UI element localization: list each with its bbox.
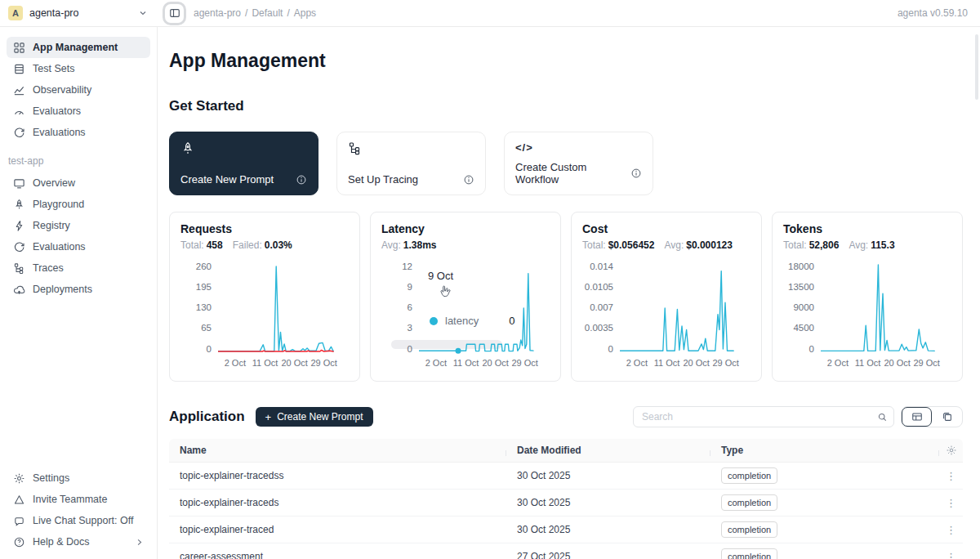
get-started-cards: Create New Prompt Set Up Tracing </> Cre… [169, 132, 963, 195]
cloud-icon [13, 284, 25, 296]
breadcrumb-item[interactable]: agenta-pro [194, 7, 241, 19]
sidebar-item-label: Traces [33, 262, 64, 274]
x-axis: 2 Oct 11 Oct 20 Oct 29 Oct [218, 356, 349, 369]
table-row[interactable]: topic-explainer-traceds 30 Oct 2025 comp… [169, 490, 963, 517]
breadcrumb-item[interactable]: Apps [294, 7, 316, 19]
column-header-date-modified[interactable]: Date Modified [506, 445, 710, 456]
cost-plot[interactable] [620, 262, 751, 354]
card-label: Set Up Tracing [348, 173, 418, 186]
sidebar-item-overview[interactable]: Overview [7, 172, 150, 194]
main-content: App Management Get Started Create New Pr… [158, 27, 980, 559]
app-version-label: agenta v0.59.10 [898, 7, 968, 19]
sidebar-item-label: Playground [33, 199, 84, 210]
date-modified: 30 Oct 2025 [506, 497, 710, 508]
tokens-plot[interactable] [821, 262, 951, 354]
chart-title: Cost [582, 222, 755, 235]
set-up-tracing-card[interactable]: Set Up Tracing [336, 132, 486, 195]
column-settings-button[interactable] [939, 445, 963, 456]
monitor-icon [13, 177, 25, 190]
info-icon[interactable] [463, 174, 474, 186]
trace-tree-icon [348, 141, 363, 156]
search-icon[interactable] [871, 407, 893, 427]
workspace-name: agenta-pro [29, 7, 131, 19]
column-header-name[interactable]: Name [169, 445, 506, 456]
sidebar-footer: Settings Invite Teammate Live Chat Suppo… [7, 467, 150, 552]
info-icon[interactable] [296, 174, 307, 186]
create-new-prompt-card[interactable]: Create New Prompt [169, 132, 318, 195]
get-started-title: Get Started [169, 97, 963, 115]
type-badge: completion [721, 467, 777, 484]
requests-plot[interactable] [218, 262, 349, 354]
search-input[interactable] [634, 411, 871, 423]
chart-title: Latency [381, 222, 554, 235]
breadcrumb-separator: / [287, 7, 289, 19]
row-menu-button[interactable]: ⋮ [946, 524, 956, 536]
tokens-chart-card: Tokens Total:52,806 Avg:115.3 1800013500… [772, 212, 963, 382]
sidebar-item-playground[interactable]: Playground [7, 194, 150, 215]
sidebar-item-evaluators[interactable]: Evaluators [7, 101, 150, 122]
sidebar-item-evaluations-app[interactable]: Evaluations [7, 236, 150, 257]
date-modified: 30 Oct 2025 [506, 524, 710, 535]
sidebar-item-invite-teammate[interactable]: Invite Teammate [7, 489, 150, 510]
sidebar-item-evaluations[interactable]: Evaluations [7, 122, 150, 143]
gear-icon [13, 472, 25, 485]
chart-title: Tokens [783, 222, 956, 235]
rocket-icon [180, 141, 195, 156]
grid-icon [13, 42, 25, 54]
series-dot [430, 317, 438, 325]
sidebar-toggle-button[interactable] [165, 4, 184, 23]
app-name[interactable]: topic-explainer-tracedss [169, 470, 506, 481]
sidebar-section-label: test-app [7, 143, 150, 172]
chevron-down-icon [138, 8, 148, 18]
code-icon: </> [515, 141, 642, 154]
row-menu-button[interactable]: ⋮ [946, 551, 956, 559]
sidebar-item-test-sets[interactable]: Test Sets [7, 58, 150, 79]
x-axis: 2 Oct 11 Oct 20 Oct 29 Oct [821, 356, 951, 369]
sidebar-item-label: Test Sets [33, 63, 74, 74]
sidebar-item-label: Live Chat Support: Off [33, 515, 133, 526]
sidebar-item-live-chat-support[interactable]: Live Chat Support: Off [7, 510, 150, 531]
plus-icon: + [265, 412, 272, 423]
sidebar-item-app-management[interactable]: App Management [7, 37, 150, 58]
breadcrumb-item[interactable]: Default [252, 7, 283, 19]
workspace-selector[interactable]: A agenta-pro [0, 6, 158, 20]
app-name[interactable]: career-assessment [169, 551, 506, 559]
table-row[interactable]: topic-explainer-traced 30 Oct 2025 compl… [169, 517, 963, 543]
application-title: Application [169, 409, 245, 425]
app-name[interactable]: topic-explainer-traceds [169, 497, 506, 508]
table-view-button[interactable] [902, 407, 932, 427]
gear-icon [946, 445, 957, 456]
chart-stats: Total:$0.056452 Avg:$0.000123 [582, 239, 755, 251]
panel-left-icon [169, 7, 180, 19]
triangle-icon [13, 494, 25, 506]
sidebar-item-observability[interactable]: Observability [7, 79, 150, 101]
column-header-type[interactable]: Type [710, 445, 939, 456]
row-menu-button[interactable]: ⋮ [946, 497, 956, 509]
x-axis: 2 Oct 11 Oct 20 Oct 29 Oct [419, 356, 550, 369]
sidebar-item-settings[interactable]: Settings [7, 467, 150, 489]
table-header: Name Date Modified Type [169, 439, 963, 463]
breadcrumb-separator: / [245, 7, 247, 19]
chart-tooltip-row: latency 0 [428, 314, 516, 328]
create-custom-workflow-card[interactable]: </> Create Custom Workflow [504, 132, 653, 195]
test-sets-icon [13, 63, 25, 75]
sidebar-item-help-docs[interactable]: Help & Docs [7, 531, 150, 552]
row-menu-button[interactable]: ⋮ [946, 470, 956, 482]
requests-chart-card: Requests Total:458 Failed:0.03% 26019513… [169, 212, 360, 382]
sidebar-item-traces[interactable]: Traces [7, 257, 150, 279]
table-row[interactable]: career-assessment 27 Oct 2025 completion… [169, 543, 963, 559]
breadcrumb[interactable]: agenta-pro / Default / Apps [194, 7, 316, 19]
series-value: 0 [509, 315, 514, 327]
sidebar-item-deployments[interactable]: Deployments [7, 279, 150, 300]
sidebar-item-registry[interactable]: Registry [7, 215, 150, 236]
chart-line-icon [13, 84, 25, 96]
create-new-prompt-button[interactable]: + Create New Prompt [256, 407, 373, 427]
card-view-button[interactable] [932, 407, 962, 427]
table-row[interactable]: topic-explainer-tracedss 30 Oct 2025 com… [169, 463, 963, 490]
info-icon[interactable] [630, 168, 642, 179]
sidebar-item-label: App Management [33, 42, 118, 53]
app-name[interactable]: topic-explainer-traced [169, 524, 506, 535]
chevron-right-icon [135, 538, 144, 547]
sidebar-item-label: Invite Teammate [33, 494, 107, 505]
scrollbar-thumb[interactable] [975, 34, 978, 100]
